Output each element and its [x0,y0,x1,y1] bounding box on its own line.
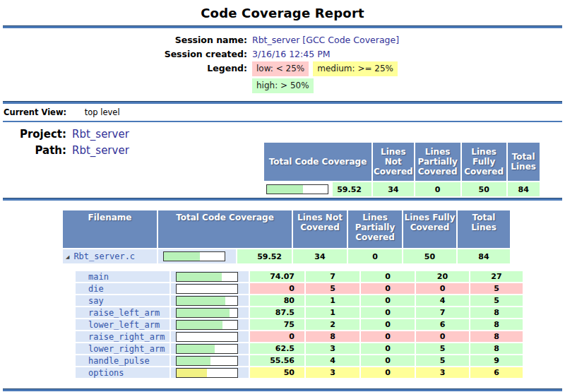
function-fully-covered: 5 [416,343,469,354]
file-name-cell[interactable]: ◢Rbt_server.c [63,249,157,263]
summary-not-covered: 34 [373,182,414,196]
function-coverage-bar [176,344,238,354]
function-coverage-bar [176,356,238,366]
file-row: ◢Rbt_server.c 59.52 34 0 50 84 [63,249,510,263]
function-not-covered: 1 [306,295,359,306]
file-coverage-table: Filename Total Code Coverage Lines Not C… [61,209,511,265]
function-row: raise_left_arm 87.5 1 0 7 8 [76,307,523,318]
header-lines-not-covered: Lines Not Covered [293,210,347,248]
function-total-lines: 8 [470,319,523,330]
tree-expand-icon[interactable]: ◢ [66,254,69,260]
function-name[interactable]: lower_right_arm [88,344,165,354]
function-fully-covered: 0 [416,283,469,294]
function-name-cell[interactable]: raise_right_arm [76,331,170,342]
legend-label: Legend: [0,61,247,95]
function-name-cell[interactable]: options [76,367,170,378]
summary-header-partially: Lines Partially Covered [415,143,460,181]
function-bar-cell [171,343,249,354]
function-bar-cell [171,367,249,378]
function-name-cell[interactable]: main [76,271,170,282]
summary-data-row: 59.52 34 0 50 84 [264,182,540,196]
summary-table: Total Code Coverage Lines Not Covered Li… [263,141,541,198]
legend-badge-medium: medium: >= 25% [313,61,398,76]
function-name[interactable]: die [88,284,104,294]
function-total-lines: 27 [470,271,523,282]
function-name[interactable]: say [88,296,104,306]
summary-partially-covered: 0 [415,182,460,196]
function-name[interactable]: handle_pulse [88,356,150,366]
path-value[interactable]: Rbt_server [72,143,263,159]
function-total-lines: 9 [470,355,523,366]
project-info: Project: Rbt_server Path: Rbt_server [0,126,263,159]
function-name[interactable]: lower_left_arm [88,320,160,330]
function-coverage-bar [176,332,238,342]
summary-coverage-bar [266,184,328,194]
function-name-cell[interactable]: say [76,295,170,306]
function-not-covered: 3 [306,343,359,354]
function-partially-covered: 0 [361,367,415,378]
function-coverage-value: 55.56 [250,355,304,366]
function-total-lines: 5 [470,283,523,294]
summary-coverage-value: 59.52 [333,182,371,196]
function-fully-covered: 5 [416,355,469,366]
session-created-label: Session created: [0,47,247,61]
function-total-lines: 8 [470,343,523,354]
summary-fully-covered: 50 [462,182,506,196]
function-name[interactable]: raise_right_arm [88,332,165,342]
page-title: Code Coverage Report [0,0,565,20]
function-name-cell[interactable]: lower_left_arm [76,319,170,330]
function-fully-covered: 4 [416,295,469,306]
function-partially-covered: 0 [361,343,415,354]
summary-header-not-covered: Lines Not Covered [373,143,414,181]
function-row: options 50 3 0 3 6 [76,367,523,378]
current-view-value: top level [85,107,120,117]
function-coverage-value: 0 [250,331,304,342]
function-partially-covered: 0 [361,307,415,318]
file-table-header-row: Filename Total Code Coverage Lines Not C… [63,210,510,248]
function-bar-cell [171,295,249,306]
legend-badges: low: < 25%medium: >= 25% high: > 50% [252,61,565,95]
session-name-row: Session name: Rbt_server [GCC Code Cover… [0,33,565,47]
file-total-lines: 84 [458,249,510,263]
function-coverage-value: 62.5 [250,343,304,354]
header-total-lines: Total Lines [458,210,510,248]
function-coverage-value: 80 [250,295,304,306]
function-coverage-value: 87.5 [250,307,304,318]
function-coverage-bar [176,284,238,294]
header-lines-partially-covered: Lines Partially Covered [348,210,402,248]
function-row: lower_left_arm 75 2 0 6 8 [76,319,523,330]
project-value[interactable]: Rbt_server [72,126,263,143]
function-coverage-value: 75 [250,319,304,330]
function-row: handle_pulse 55.56 4 0 5 9 [76,355,523,366]
function-name-cell[interactable]: handle_pulse [76,355,170,366]
divider-main-table [3,198,562,201]
function-bar-cell [171,271,249,282]
file-name[interactable]: Rbt_server.c [73,251,135,261]
function-partially-covered: 0 [361,355,415,366]
session-created-row: Session created: 3/16/16 12:45 PM [0,47,565,61]
function-fully-covered: 7 [416,307,469,318]
function-total-lines: 8 [470,307,523,318]
current-view-label: Current View: [4,107,66,117]
function-name[interactable]: main [88,272,109,282]
function-not-covered: 2 [306,319,359,330]
function-partially-covered: 0 [361,283,415,294]
function-row: main 74.07 7 0 20 27 [76,271,523,282]
legend-badge-high: high: > 50% [252,78,314,93]
function-name[interactable]: raise_left_arm [88,308,160,318]
function-name[interactable]: options [88,368,124,378]
function-name-cell[interactable]: lower_right_arm [76,343,170,354]
function-total-lines: 5 [470,295,523,306]
function-partially-covered: 0 [361,331,415,342]
header-filename: Filename [63,210,157,248]
function-bar-cell [171,355,249,366]
divider-bottom [3,388,562,391]
function-name-cell[interactable]: raise_left_arm [76,307,170,318]
function-coverage-value: 0 [250,283,304,294]
path-label: Path: [3,143,66,159]
header-total-coverage: Total Code Coverage [158,210,292,248]
function-total-lines: 8 [470,331,523,342]
function-bar-cell [171,331,249,342]
function-name-cell[interactable]: die [76,283,170,294]
function-coverage-value: 50 [250,367,304,378]
